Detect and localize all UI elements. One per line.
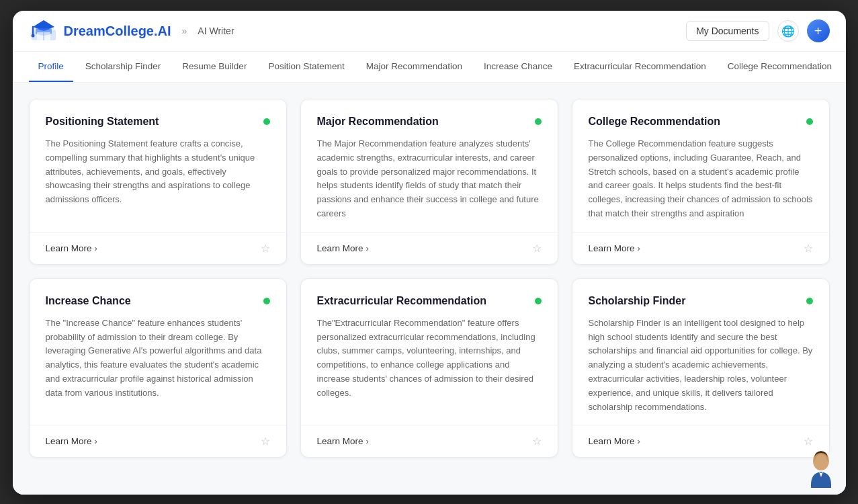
avatar-icon [806, 448, 836, 488]
learn-more-label: Learn More [317, 243, 363, 253]
chevron-right-icon: › [366, 436, 369, 446]
logo-icon [29, 17, 58, 44]
nav-item-extracurricular-recommendation[interactable]: Extracurricular Recommendation [564, 52, 716, 82]
card-college-recommendation: College Recommendation The College Recom… [572, 99, 830, 265]
card-title: Extracurricular Recommendation [317, 295, 487, 307]
learn-more-button[interactable]: Learn More › [317, 243, 369, 253]
avatar-container [806, 448, 836, 488]
learn-more-button[interactable]: Learn More › [46, 436, 97, 446]
learn-more-label: Learn More [589, 436, 635, 446]
card-body: Scholarship Finder Scholarship Finder is… [572, 279, 829, 425]
card-header-row: Scholarship Finder [589, 295, 813, 307]
card-footer: Learn More › ☆ [572, 232, 829, 264]
cards-grid: Positioning Statement The Positioning St… [29, 99, 830, 458]
star-icon: ☆ [261, 243, 270, 254]
main-content: Positioning Statement The Positioning St… [13, 83, 846, 495]
card-header-row: College Recommendation [589, 116, 813, 128]
card-header-row: Positioning Statement [46, 116, 270, 128]
chevron-right-icon: › [638, 436, 640, 446]
card-body: College Recommendation The College Recom… [572, 99, 829, 232]
card-footer: Learn More › ☆ [30, 425, 286, 457]
learn-more-label: Learn More [46, 436, 92, 446]
chevron-right-icon: › [95, 436, 97, 446]
star-button[interactable]: ☆ [804, 242, 813, 255]
learn-more-button[interactable]: Learn More › [589, 436, 640, 446]
status-dot [535, 118, 542, 125]
nav-item-position-statement[interactable]: Position Statement [259, 52, 353, 82]
card-body: Extracurricular Recommendation The"Extra… [301, 279, 558, 425]
card-header-row: Extracurricular Recommendation [317, 295, 542, 307]
learn-more-button[interactable]: Learn More › [46, 243, 97, 253]
my-documents-button[interactable]: My Documents [686, 21, 769, 41]
card-description: The "Increase Chance" feature enhances s… [46, 317, 270, 401]
card-footer: Learn More › ☆ [572, 425, 829, 457]
card-major-recommendation: Major Recommendation The Major Recommend… [300, 99, 558, 265]
header-right: My Documents 🌐 + [686, 19, 829, 42]
chevron-right-icon: › [366, 243, 369, 253]
chevron-right-icon: › [638, 243, 640, 253]
status-dot [263, 298, 270, 304]
chevron-right-icon: › [95, 243, 97, 253]
card-body: Increase Chance The "Increase Chance" fe… [30, 279, 286, 425]
card-description: The Major Recommendation feature analyze… [317, 137, 542, 221]
card-footer: Learn More › ☆ [301, 425, 558, 457]
plus-icon: + [814, 24, 822, 39]
nav-item-profile[interactable]: Profile [29, 52, 73, 82]
nav-item-scholarship-finder[interactable]: Scholarship Finder [76, 52, 171, 82]
card-footer: Learn More › ☆ [30, 232, 286, 264]
card-positioning-statement: Positioning Statement The Positioning St… [29, 99, 287, 265]
card-scholarship-finder: Scholarship Finder Scholarship Finder is… [572, 278, 830, 458]
star-icon: ☆ [532, 435, 542, 447]
star-button[interactable]: ☆ [532, 435, 542, 448]
nav-item-major-recommendation[interactable]: Major Recommendation [357, 52, 472, 82]
card-body: Major Recommendation The Major Recommend… [301, 99, 558, 232]
breadcrumb-sep: » [182, 26, 187, 36]
nav-item-resume-builder[interactable]: Resume Builder [173, 52, 256, 82]
card-header-row: Major Recommendation [317, 116, 542, 128]
card-description: Scholarship Finder is an intelligent too… [589, 317, 813, 415]
star-button[interactable]: ☆ [804, 435, 813, 448]
header: DreamCollege.AI » AI Writer My Documents… [13, 11, 846, 52]
svg-point-1 [31, 34, 34, 38]
logo-area: DreamCollege.AI [29, 17, 171, 44]
card-title: Scholarship Finder [589, 295, 686, 307]
card-title: Major Recommendation [317, 116, 439, 128]
learn-more-label: Learn More [589, 243, 635, 253]
card-description: The College Recommendation feature sugge… [589, 137, 813, 221]
learn-more-button[interactable]: Learn More › [589, 243, 640, 253]
logo-text: DreamCollege.AI [64, 24, 171, 39]
star-icon: ☆ [261, 435, 270, 447]
add-button[interactable]: + [807, 19, 830, 42]
star-icon: ☆ [532, 243, 542, 254]
status-dot [806, 118, 813, 125]
language-button[interactable]: 🌐 [777, 20, 799, 42]
status-dot [535, 298, 542, 304]
status-dot [263, 118, 270, 125]
card-increase-chance: Increase Chance The "Increase Chance" fe… [29, 278, 287, 458]
globe-icon: 🌐 [781, 25, 795, 38]
card-title: College Recommendation [589, 116, 720, 128]
card-body: Positioning Statement The Positioning St… [30, 99, 286, 232]
main-nav: Profile Scholarship Finder Resume Builde… [13, 52, 846, 83]
learn-more-label: Learn More [317, 436, 363, 446]
breadcrumb-item: AI Writer [198, 26, 234, 36]
card-description: The"Extracurricular Recommendation" feat… [317, 317, 542, 401]
nav-item-increase-chance[interactable]: Increase Chance [474, 52, 562, 82]
card-header-row: Increase Chance [46, 295, 270, 307]
star-button[interactable]: ☆ [532, 242, 542, 255]
star-button[interactable]: ☆ [261, 435, 270, 448]
star-button[interactable]: ☆ [261, 242, 270, 255]
card-title: Increase Chance [46, 295, 131, 307]
learn-more-button[interactable]: Learn More › [317, 436, 369, 446]
star-icon: ☆ [804, 435, 813, 447]
card-extracurricular-recommendation: Extracurricular Recommendation The"Extra… [300, 278, 558, 458]
card-footer: Learn More › ☆ [301, 232, 558, 264]
status-dot [806, 298, 813, 304]
card-description: The Positioning Statement feature crafts… [46, 137, 270, 207]
app-window: DreamCollege.AI » AI Writer My Documents… [13, 11, 846, 495]
learn-more-label: Learn More [46, 243, 92, 253]
card-title: Positioning Statement [46, 116, 159, 128]
star-icon: ☆ [804, 243, 813, 254]
svg-point-6 [815, 454, 827, 468]
nav-item-college-recommendation[interactable]: College Recommendation [718, 52, 841, 82]
